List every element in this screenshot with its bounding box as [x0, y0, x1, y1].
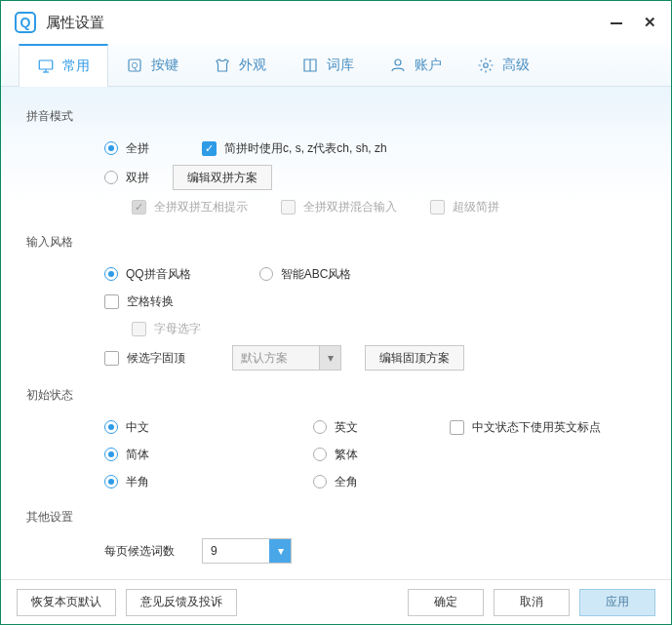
section-input-style: 输入风格 — [26, 234, 646, 251]
user-icon — [389, 57, 407, 74]
chevron-down-icon: ▾ — [319, 346, 340, 370]
titlebar: Q 属性设置 ✕ — [1, 1, 671, 44]
ok-button[interactable]: 确定 — [408, 589, 484, 616]
footer-bar: 恢复本页默认 意见反馈及投诉 确定 取消 应用 — [1, 579, 671, 624]
select-stick-scheme[interactable]: 默认方案 ▾ — [232, 345, 341, 371]
tab-common[interactable]: 常用 — [19, 44, 108, 87]
svg-rect-1 — [39, 60, 53, 69]
cand-per-page-label: 每页候选词数 — [104, 543, 202, 560]
svg-point-7 — [484, 62, 489, 67]
radio-shuangpin[interactable]: 双拼 — [104, 170, 149, 186]
window-title: 属性设置 — [46, 14, 104, 32]
edit-shuangpin-button[interactable]: 编辑双拼方案 — [173, 165, 272, 190]
svg-text:Q: Q — [132, 61, 138, 70]
checkbox-use-csz[interactable]: 简拼时使用c, s, z代表ch, sh, zh — [202, 140, 387, 157]
tab-account[interactable]: 账户 — [372, 44, 459, 86]
chevron-down-icon: ▾ — [269, 539, 291, 563]
checkbox-mix-hint: 全拼双拼互相提示 — [132, 199, 248, 215]
radio-simplified[interactable]: 简体 — [104, 447, 260, 463]
section-initial-state: 初始状态 — [26, 387, 646, 404]
edit-stick-scheme-button[interactable]: 编辑固顶方案 — [365, 345, 464, 371]
radio-abc-style[interactable]: 智能ABC风格 — [259, 266, 352, 283]
radio-halfwidth[interactable]: 半角 — [104, 474, 260, 490]
radio-traditional[interactable]: 繁体 — [313, 447, 358, 463]
svg-point-6 — [395, 59, 401, 65]
cancel-button[interactable]: 取消 — [494, 589, 570, 616]
restore-defaults-button[interactable]: 恢复本页默认 — [17, 589, 116, 616]
checkbox-space-convert[interactable]: 空格转换 — [104, 293, 174, 310]
tab-skin[interactable]: 外观 — [196, 44, 284, 86]
shirt-icon — [214, 57, 231, 74]
tab-dict[interactable]: 词库 — [284, 44, 372, 86]
content-area: 拼音模式 全拼 简拼时使用c, s, z代表ch, sh, zh 双拼 编辑双拼… — [1, 87, 671, 579]
tab-keys[interactable]: Q 按键 — [108, 44, 196, 86]
tab-bar: 常用 Q 按键 外观 词库 账户 高级 — [1, 44, 671, 87]
radio-chinese[interactable]: 中文 — [104, 419, 260, 436]
tab-advanced[interactable]: 高级 — [459, 44, 547, 86]
key-icon: Q — [126, 57, 143, 74]
app-logo-icon: Q — [15, 12, 36, 33]
select-cand-per-page[interactable]: 9 ▾ — [202, 538, 292, 564]
checkbox-mix-input: 全拼双拼混合输入 — [281, 199, 397, 215]
radio-quanpin[interactable]: 全拼 — [104, 140, 149, 157]
radio-qq-style[interactable]: QQ拼音风格 — [104, 266, 191, 283]
close-button[interactable]: ✕ — [642, 15, 657, 30]
apply-button[interactable]: 应用 — [579, 589, 655, 616]
section-pinyin-mode: 拼音模式 — [26, 108, 646, 125]
minimize-button[interactable] — [609, 15, 624, 30]
checkbox-english-punct[interactable]: 中文状态下使用英文标点 — [450, 419, 601, 436]
radio-english[interactable]: 英文 — [313, 419, 430, 436]
monitor-icon — [37, 58, 55, 75]
checkbox-super-jianpin: 超级简拼 — [430, 199, 499, 215]
checkbox-stick-candidate[interactable]: 候选字固顶 — [104, 350, 185, 367]
radio-fullwidth[interactable]: 全角 — [313, 474, 358, 490]
gear-icon — [477, 57, 494, 74]
checkbox-letter-select: 字母选字 — [132, 321, 201, 337]
book-icon — [301, 57, 319, 74]
feedback-button[interactable]: 意见反馈及投诉 — [126, 589, 237, 616]
section-other: 其他设置 — [26, 509, 646, 526]
